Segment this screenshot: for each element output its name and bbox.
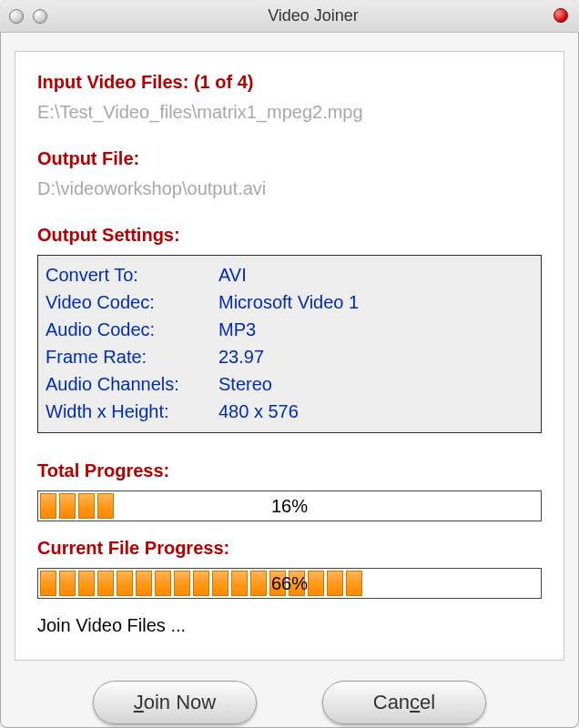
setting-row: Width x Height:480 x 576 xyxy=(46,398,533,425)
setting-row: Audio Channels:Stereo xyxy=(46,370,533,398)
window-button-1-icon[interactable] xyxy=(9,9,24,24)
setting-row: Video Codec:Microsoft Video 1 xyxy=(46,288,533,316)
output-settings-box: Convert To:AVI Video Codec:Microsoft Vid… xyxy=(37,255,542,433)
current-progress-heading: Current File Progress: xyxy=(37,538,542,559)
input-files-label: Input Video Files: xyxy=(37,72,188,92)
window-title: Video Joiner xyxy=(47,6,579,25)
app-window: Video Joiner Input Video Files: (1 of 4)… xyxy=(0,0,579,728)
setting-row: Audio Codec:MP3 xyxy=(46,316,533,343)
total-progress-bar: 16% xyxy=(37,490,542,521)
current-progress-bar: 66% xyxy=(37,568,542,599)
main-panel: Input Video Files: (1 of 4) E:\Test_Vide… xyxy=(15,51,564,661)
setting-row: Convert To:AVI xyxy=(46,261,533,288)
setting-row: Frame Rate:23.97 xyxy=(46,343,533,370)
cancel-button[interactable]: Cancel xyxy=(322,681,486,724)
output-file-heading: Output File: xyxy=(37,148,542,169)
output-settings-heading: Output Settings: xyxy=(37,225,542,246)
current-progress-percent: 66% xyxy=(38,573,541,594)
output-file-path: D:\videoworkshop\output.avi xyxy=(37,178,542,199)
button-row: Join Now Cancel xyxy=(0,681,579,724)
window-button-2-icon[interactable] xyxy=(33,9,47,24)
input-files-count: (1 of 4) xyxy=(194,72,254,92)
status-text: Join Video Files ... xyxy=(37,615,542,636)
input-files-heading: Input Video Files: (1 of 4) xyxy=(37,72,542,93)
total-progress-heading: Total Progress: xyxy=(37,460,542,481)
total-progress-percent: 16% xyxy=(38,496,541,517)
input-file-path: E:\Test_Video_files\matrix1_mpeg2.mpg xyxy=(37,102,542,123)
close-icon[interactable] xyxy=(554,8,568,23)
titlebar: Video Joiner xyxy=(0,0,579,33)
join-now-button[interactable]: Join Now xyxy=(93,681,257,724)
